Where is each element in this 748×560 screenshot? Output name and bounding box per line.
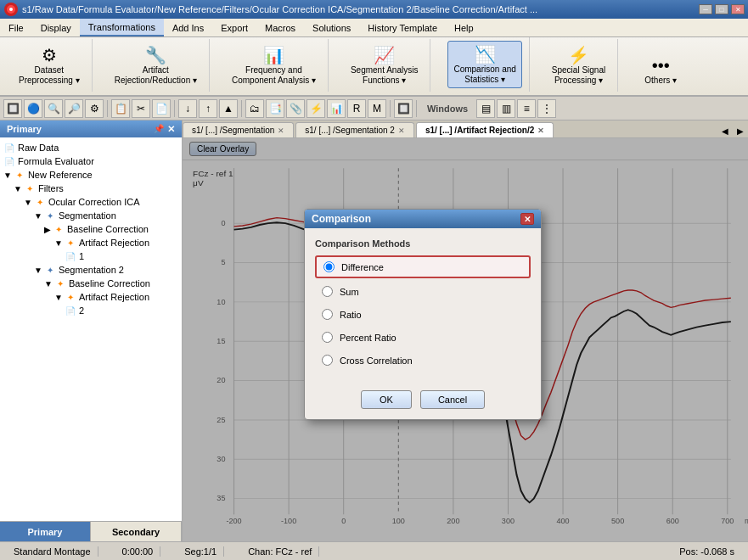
toolbar-btn-18[interactable]: M — [368, 99, 386, 118]
menu-addins[interactable]: Add Ins — [164, 19, 212, 36]
tab-segmentation2-label: s1/ [...] /Segmentation 2 — [305, 126, 395, 135]
menu-display[interactable]: Display — [32, 19, 80, 36]
ribbon-group-preprocessing: ⚙ DatasetPreprocessing ▾ — [7, 39, 93, 92]
toolbar-btn-14[interactable]: 📎 — [286, 99, 305, 118]
tree-item-segmentation[interactable]: ▼ ✦ Segmentation — [3, 209, 178, 222]
toolbar-btn-3[interactable]: 🔍 — [44, 99, 63, 118]
ribbon-btn-signal[interactable]: ⚡ Special SignalProcessing ▾ — [547, 42, 610, 88]
ribbon-btn-preprocessing[interactable]: ⚙ DatasetPreprocessing ▾ — [14, 42, 85, 88]
modal-close-button[interactable]: ✕ — [520, 213, 534, 225]
toolbar-btn-7[interactable]: ✂ — [132, 99, 150, 118]
toolbar-btn-2[interactable]: 🔵 — [24, 99, 42, 118]
radio-difference[interactable] — [323, 261, 335, 272]
toolbar-btn-4[interactable]: 🔎 — [65, 99, 83, 118]
menu-transformations[interactable]: Transformations — [80, 19, 164, 36]
tree-item-segmentation2[interactable]: ▼ ✦ Segmentation 2 — [3, 263, 178, 277]
toolbar-btn-8[interactable]: 📄 — [152, 99, 171, 118]
sidebar-tab-secondary[interactable]: Secondary — [91, 522, 182, 541]
artifact-icon: 🔧 — [145, 45, 166, 65]
tree-item-segmentation-label: Segmentation — [59, 210, 116, 221]
toolbar-btn-15[interactable]: ⚡ — [307, 99, 325, 118]
radio-percent[interactable] — [322, 332, 333, 343]
status-seg: Seg:1/1 — [177, 546, 224, 557]
tree-item-formula[interactable]: 📄 Formula Evaluator — [3, 154, 178, 168]
preprocessing-label: DatasetPreprocessing ▾ — [19, 65, 80, 86]
ocular-icon: ✦ — [34, 196, 46, 208]
ribbon-btn-comparison[interactable]: 📉 Comparison andStatistics ▾ — [447, 41, 521, 88]
tree-item-newref[interactable]: ▼ ✦ New Reference — [3, 168, 178, 182]
tree-item-rawdata[interactable]: 📄 Raw Data — [3, 141, 178, 154]
ribbon-btn-frequency[interactable]: 📊 Frequency andComponent Analysis ▾ — [227, 42, 321, 88]
others-label: Others ▾ — [644, 76, 677, 86]
toolbar-btn-19[interactable]: 🔲 — [394, 99, 413, 118]
toolbar-btn-12[interactable]: 🗂 — [245, 99, 264, 118]
modal-option-sum[interactable]: Sum — [315, 282, 531, 301]
tabs-nav-right[interactable]: ▶ — [733, 125, 748, 137]
toolbar-btn-5[interactable]: ⚙ — [85, 99, 104, 118]
tree-item-baseline1[interactable]: ▶ ✦ Baseline Correction — [3, 222, 178, 236]
menu-file[interactable]: File — [0, 19, 32, 36]
tab-segmentation2[interactable]: s1/ [...] /Segmentation 2 ✕ — [295, 122, 414, 137]
menu-export[interactable]: Export — [212, 19, 256, 36]
minimize-button[interactable]: ─ — [699, 4, 712, 14]
tree-item-artifactrej2-label: Artifact Rejection — [79, 292, 149, 302]
radio-cross[interactable] — [322, 355, 333, 366]
radio-sum[interactable] — [322, 286, 333, 297]
toolbar-btn-6[interactable]: 📋 — [111, 99, 130, 118]
ok-button[interactable]: OK — [361, 390, 412, 409]
modal-option-ratio[interactable]: Ratio — [315, 305, 531, 324]
toolbar-btn-10[interactable]: ↑ — [199, 99, 217, 118]
tree-item-artifactrej1[interactable]: ▼ ✦ Artifact Rejection — [3, 236, 178, 249]
toolbar-btn-20[interactable]: ▤ — [476, 99, 495, 118]
tab-segmentation[interactable]: s1/ [...] /Segmentation ✕ — [183, 122, 294, 137]
radio-ratio[interactable] — [322, 309, 333, 320]
menu-macros[interactable]: Macros — [256, 19, 304, 36]
toolbar-btn-17[interactable]: R — [347, 99, 366, 118]
tree-item-filters[interactable]: ▼ ✦ Filters — [3, 182, 178, 195]
toolbar-btn-22[interactable]: ≡ — [517, 99, 536, 118]
toolbar-btn-23[interactable]: ⋮ — [537, 99, 556, 118]
ribbon-btn-segment[interactable]: 📈 Segment AnalysisFunctions ▾ — [346, 42, 424, 88]
sidebar-tab-primary[interactable]: Primary — [0, 522, 91, 541]
toolbar-btn-11[interactable]: ▲ — [219, 99, 238, 118]
ribbon-btn-artifact[interactable]: 🔧 ArtifactRejection/Reduction ▾ — [110, 42, 202, 88]
sidebar-close-btn[interactable]: ✕ — [167, 124, 175, 135]
modal-option-cross[interactable]: Cross Correlation — [315, 350, 531, 370]
toolbar-btn-13[interactable]: 📑 — [266, 99, 284, 118]
tree-item-ar1-num[interactable]: 📄 1 — [3, 249, 178, 263]
toolbar-btn-16[interactable]: 📊 — [327, 99, 346, 118]
tree-item-artifactrej2[interactable]: ▼ ✦ Artifact Rejection — [3, 290, 178, 304]
tab-segmentation-close[interactable]: ✕ — [278, 126, 284, 135]
cancel-button[interactable]: Cancel — [420, 390, 485, 409]
sidebar-header: Primary 📌 ✕ — [0, 120, 182, 137]
tabs-nav: ◀ ▶ — [717, 125, 748, 137]
windows-label: Windows — [420, 104, 475, 114]
status-pos: Pos: -0.068 s — [672, 546, 741, 557]
modal-option-percent[interactable]: Percent Ratio — [315, 328, 531, 347]
menu-history[interactable]: History Template — [359, 19, 446, 36]
tab-artifact[interactable]: s1/ [...] /Artifact Rejection/2 ✕ — [416, 122, 554, 137]
tree-item-ar2-num[interactable]: 📄 2 — [3, 304, 178, 317]
tree-item-baseline2[interactable]: ▼ ✦ Baseline Correction — [3, 277, 178, 290]
tab-segmentation2-close[interactable]: ✕ — [398, 126, 405, 135]
tree-item-artifactrej1-label: Artifact Rejection — [79, 238, 149, 248]
sidebar-pin-btn[interactable]: 📌 — [154, 124, 164, 135]
tabs-nav-left[interactable]: ◀ — [717, 125, 733, 137]
ribbon-btn-others[interactable]: ••• Others ▾ — [635, 53, 686, 88]
ribbon-group-frequency: 📊 Frequency andComponent Analysis ▾ — [220, 39, 329, 92]
menu-solutions[interactable]: Solutions — [304, 19, 359, 36]
maximize-button[interactable]: □ — [715, 4, 728, 14]
toolbar-btn-21[interactable]: ▥ — [497, 99, 515, 118]
menu-help[interactable]: Help — [446, 19, 482, 36]
modal-option-difference[interactable]: Difference — [315, 255, 531, 278]
close-button[interactable]: ✕ — [731, 4, 745, 14]
menu-bar: File Display Transformations Add Ins Exp… — [0, 19, 748, 37]
toolbar-btn-9[interactable]: ↓ — [178, 99, 197, 118]
segmentation-icon: ✦ — [44, 210, 56, 221]
tree-item-ocular[interactable]: ▼ ✦ Ocular Correction ICA — [3, 195, 178, 209]
tree-item-ar2-num-label: 2 — [79, 305, 84, 316]
ribbon-group-comparison: 📉 Comparison andStatistics ▾ — [441, 37, 529, 92]
tab-artifact-close[interactable]: ✕ — [537, 126, 544, 135]
toolbar-btn-1[interactable]: 🔲 — [3, 99, 22, 118]
modal-title-bar: Comparison ✕ — [305, 210, 541, 228]
